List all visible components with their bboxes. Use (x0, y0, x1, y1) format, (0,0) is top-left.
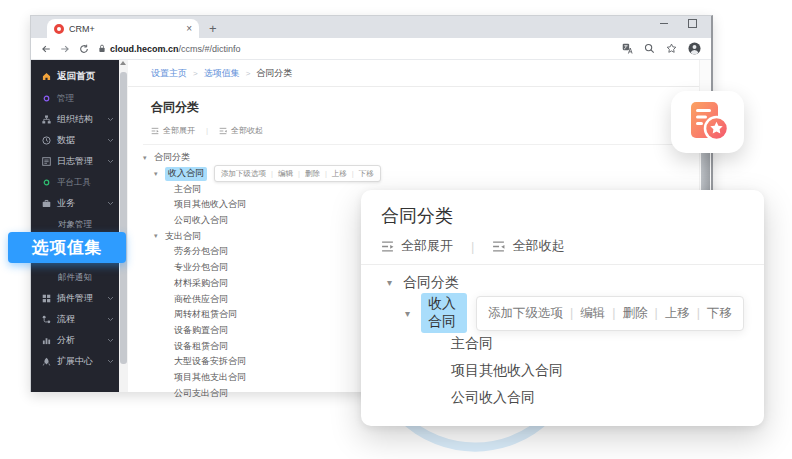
dot-green-icon (41, 179, 51, 186)
breadcrumb-item[interactable]: 设置主页 (151, 67, 187, 80)
tree-item-label: 设备购置合同 (174, 324, 228, 337)
toolbar-separator: | (570, 306, 573, 320)
tree-item-label: 合同分类 (403, 274, 459, 292)
tree-item-selected[interactable]: ▾收入合同添加下级选项|编辑|删除|上移|下移 (381, 296, 744, 330)
breadcrumb-separator: > (193, 69, 198, 78)
collapse-all-button[interactable]: 全部收起 (512, 237, 564, 255)
toolbar-action[interactable]: 上移 (332, 169, 347, 179)
lock-icon (98, 44, 106, 53)
toolbar-separator: | (352, 169, 354, 178)
sidebar-item-label: 平台工具 (57, 177, 91, 189)
toolbar-action[interactable]: 下移 (359, 169, 374, 179)
expand-all-icon (151, 127, 159, 135)
tree-item-label: 项目其他收入合同 (174, 198, 246, 211)
toolbar-separator: | (271, 169, 273, 178)
maximize-button[interactable] (688, 19, 697, 28)
sidebar-item-邮件通知[interactable]: 邮件通知 (31, 267, 119, 288)
caret-down-icon[interactable]: ▾ (143, 154, 154, 162)
tree-item[interactable]: 公司收入合同 (381, 384, 744, 411)
url-path: /ccms/#/dictinfo (179, 44, 241, 54)
caret-down-icon[interactable]: ▾ (154, 232, 165, 240)
sidebar-item-平台工具[interactable]: 平台工具 (31, 172, 119, 193)
caret-down-icon[interactable]: ▾ (405, 308, 421, 319)
toolbar-action[interactable]: 删除 (623, 305, 648, 322)
flow-icon (41, 315, 51, 324)
overlay-option-tree: ▾合同分类▾收入合同添加下级选项|编辑|删除|上移|下移主合同项目其他收入合同公… (381, 269, 744, 411)
tree-item-label: 公司收入合同 (174, 214, 228, 227)
collapse-all-icon (219, 127, 227, 135)
overlay-title: 合同分类 (381, 204, 744, 226)
sidebar-item-label: 邮件通知 (58, 272, 92, 284)
sidebar-item-分析[interactable]: 分析 (31, 330, 119, 351)
minimize-button[interactable] (660, 23, 668, 24)
tree-item[interactable]: 主合同 (381, 330, 744, 357)
sidebar-scrollbar-thumb[interactable] (120, 72, 127, 364)
toolbar-action[interactable]: 编辑 (580, 305, 605, 322)
sidebar-item-扩展中心[interactable]: 扩展中心 (31, 351, 119, 372)
zoom-icon[interactable] (644, 43, 655, 54)
refresh-icon[interactable] (79, 44, 89, 54)
expand-all-button[interactable]: 全部展开 (163, 125, 195, 136)
extension-icon (41, 357, 51, 366)
url-domain: cloud.hecom.cn (110, 44, 179, 54)
tree-item-label: 收入合同 (165, 167, 207, 181)
sidebar-item-日志管理[interactable]: 日志管理 (31, 151, 119, 172)
tree-item-label: 公司收入合同 (451, 389, 535, 407)
toolbar-separator: | (325, 169, 327, 178)
sidebar-item-返回首页[interactable]: 返回首页 (31, 64, 119, 88)
sidebar-item-数据[interactable]: 数据 (31, 130, 119, 151)
caret-down-icon[interactable]: ▾ (387, 277, 403, 288)
expand-all-button[interactable]: 全部展开 (401, 237, 453, 255)
tree-item-label: 支出合同 (165, 230, 201, 243)
sidebar-item-组织结构[interactable]: 组织结构 (31, 109, 119, 130)
toolbar-action[interactable]: 添加下级选项 (488, 305, 563, 322)
org-icon (41, 115, 51, 124)
tree-item-label: 劳务分包合同 (174, 245, 228, 258)
tree-item-label: 大型设备安拆合同 (174, 355, 246, 368)
sidebar-item-管理[interactable]: 管理 (31, 88, 119, 109)
url-field[interactable]: cloud.hecom.cn/ccms/#/dictinfo (98, 44, 613, 54)
chevron-down-icon (107, 317, 114, 322)
toolbar-action[interactable]: 编辑 (278, 169, 293, 179)
tree-item-label: 合同分类 (154, 151, 190, 164)
sidebar-item-业务[interactable]: 业务 (31, 193, 119, 214)
translate-icon[interactable] (622, 43, 633, 54)
collapse-all-button[interactable]: 全部收起 (231, 125, 263, 136)
document-star-icon (685, 99, 731, 145)
collapse-all-icon (492, 240, 505, 253)
tree-item[interactable]: ▾合同分类 (381, 269, 744, 296)
tab-close-icon[interactable]: × (186, 24, 192, 34)
toolbar-action[interactable]: 上移 (665, 305, 690, 322)
toolbar-action[interactable]: 删除 (305, 169, 320, 179)
sidebar-item-流程[interactable]: 流程 (31, 309, 119, 330)
tree-item-label: 收入合同 (421, 293, 467, 333)
breadcrumb-item[interactable]: 选项值集 (204, 67, 240, 80)
sidebar-item-label: 数据 (57, 134, 75, 147)
tree-item-label: 专业分包合同 (174, 261, 228, 274)
sidebar-scrollbar[interactable] (119, 60, 128, 392)
browser-tab[interactable]: CRM+ × (47, 19, 199, 38)
new-tab-button[interactable]: + (209, 22, 217, 35)
back-icon[interactable] (41, 44, 51, 54)
profile-avatar[interactable] (688, 42, 701, 55)
sidebar-item-label: 业务 (57, 197, 75, 210)
sidebar-item-label: 插件管理 (57, 292, 93, 305)
divider (143, 144, 679, 145)
caret-down-icon[interactable]: ▾ (154, 170, 165, 178)
tree-item-label: 主合同 (174, 183, 201, 196)
sidebar-item-插件管理[interactable]: 插件管理 (31, 288, 119, 309)
magnified-panel: 合同分类 全部展开 | 全部收起 ▾合同分类▾收入合同添加下级选项|编辑|删除|… (361, 190, 764, 426)
callout-option-value-set[interactable]: 选项值集 (8, 232, 126, 263)
scroll-up-icon[interactable] (120, 61, 126, 65)
forward-icon[interactable] (60, 44, 70, 54)
tree-item-label: 项目其他支出合同 (174, 371, 246, 384)
tree-item[interactable]: 项目其他收入合同 (381, 357, 744, 384)
bookmark-star-icon[interactable] (666, 43, 677, 54)
tree-item[interactable]: ▾合同分类 (143, 150, 679, 166)
chevron-down-icon (107, 201, 114, 206)
tree-item-label: 周转材租赁合同 (174, 308, 237, 321)
toolbar-action[interactable]: 添加下级选项 (221, 169, 266, 179)
toolbar-action[interactable]: 下移 (707, 305, 732, 322)
tree-item-selected[interactable]: ▾收入合同添加下级选项|编辑|删除|上移|下移 (143, 166, 679, 182)
toolbar-separator: | (612, 306, 615, 320)
